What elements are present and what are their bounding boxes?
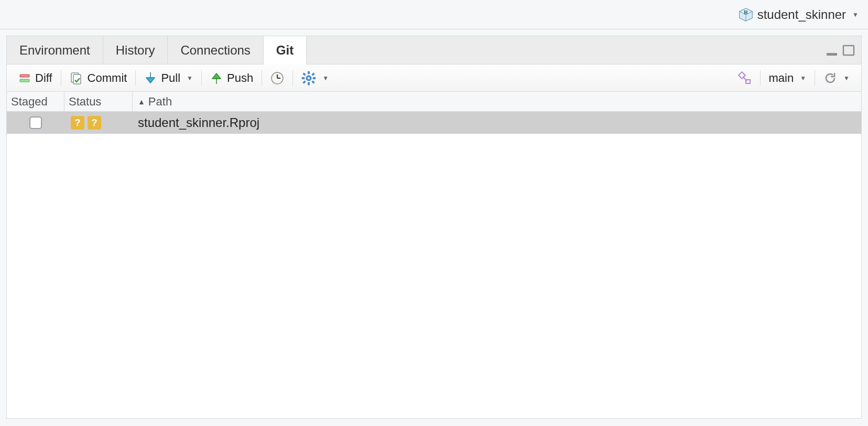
chevron-down-icon: ▼ (852, 11, 859, 18)
commit-icon (70, 71, 83, 85)
separator (292, 70, 293, 86)
column-label: Path (148, 95, 172, 109)
git-toolbar: Diff Commit Pull ▼ (7, 65, 861, 92)
svg-rect-13 (308, 71, 310, 74)
tab-git[interactable]: Git (264, 36, 307, 65)
refresh-button[interactable]: ▼ (817, 65, 856, 91)
diff-label: Diff (35, 71, 52, 85)
column-status[interactable]: Status (64, 92, 133, 111)
path-cell: student_skinner.Rproj (133, 115, 861, 130)
git-panel: Environment History Connections Git Diff (6, 36, 862, 419)
svg-text:R: R (744, 9, 748, 15)
project-name: student_skinner (757, 7, 846, 22)
svg-rect-18 (312, 72, 315, 76)
svg-rect-6 (20, 79, 29, 82)
tab-label: History (116, 43, 155, 58)
chevron-down-icon: ▼ (187, 74, 193, 82)
branch-selector[interactable]: main ▼ (763, 65, 813, 91)
pull-button[interactable]: Pull ▼ (138, 65, 199, 91)
svg-point-21 (308, 77, 310, 79)
separator (135, 70, 136, 86)
column-path[interactable]: ▲ Path (133, 92, 861, 111)
r-project-icon: R (739, 7, 753, 22)
gear-icon (301, 71, 316, 86)
more-button[interactable]: ▼ (295, 65, 335, 91)
push-label: Push (227, 71, 253, 85)
diff-button[interactable]: Diff (12, 65, 59, 91)
column-label: Staged (11, 95, 48, 109)
panel-tabs: Environment History Connections Git (7, 36, 307, 64)
status-badge-right: ? (88, 116, 101, 130)
commit-button[interactable]: Commit (63, 65, 134, 91)
svg-rect-19 (303, 80, 306, 83)
svg-rect-15 (302, 77, 305, 79)
toolbar-right: main ▼ ▼ (732, 65, 856, 91)
column-staged[interactable]: Staged (7, 92, 64, 111)
file-path: student_skinner.Rproj (138, 115, 259, 130)
diff-icon (18, 72, 31, 84)
svg-rect-4 (843, 46, 854, 55)
separator (61, 70, 61, 86)
push-arrow-icon (210, 71, 223, 85)
tab-history[interactable]: History (103, 36, 168, 64)
separator (201, 70, 202, 86)
history-button[interactable] (264, 65, 290, 91)
maximize-pane-icon[interactable] (842, 45, 855, 56)
tab-connections[interactable]: Connections (168, 36, 263, 64)
panel-window-controls (826, 45, 861, 56)
staged-cell (7, 116, 64, 129)
pull-label: Pull (161, 71, 180, 85)
tab-label: Environment (19, 43, 90, 58)
separator (262, 70, 262, 86)
tab-label: Connections (180, 43, 250, 58)
branch-graph-button[interactable] (732, 65, 758, 91)
svg-rect-20 (312, 80, 315, 83)
tab-label: Git (276, 43, 294, 58)
sort-asc-icon: ▲ (138, 98, 145, 106)
staged-checkbox[interactable] (29, 116, 42, 129)
svg-rect-17 (303, 72, 306, 76)
toolbar-left: Diff Commit Pull ▼ (12, 65, 335, 91)
file-grid-body: ? ? student_skinner.Rproj (7, 112, 861, 418)
separator (815, 70, 815, 86)
svg-rect-14 (308, 82, 310, 85)
tab-environment[interactable]: Environment (7, 36, 103, 64)
status-cell: ? ? (64, 116, 133, 130)
file-grid-header: Staged Status ▲ Path (7, 92, 861, 112)
commit-label: Commit (88, 71, 127, 85)
project-bar: R student_skinner ▼ (0, 0, 868, 29)
refresh-icon (823, 71, 837, 85)
status-badge-left: ? (71, 116, 84, 130)
pull-arrow-icon (144, 71, 157, 85)
branch-graph-icon (738, 71, 752, 85)
svg-rect-16 (313, 77, 316, 79)
branch-name: main (769, 71, 794, 85)
chevron-down-icon: ▼ (800, 74, 806, 82)
panel-tabs-row: Environment History Connections Git (7, 36, 861, 65)
file-row[interactable]: ? ? student_skinner.Rproj (7, 112, 861, 134)
push-button[interactable]: Push (204, 65, 259, 91)
svg-rect-5 (20, 74, 29, 77)
chevron-down-icon: ▼ (843, 74, 850, 82)
svg-rect-3 (827, 53, 837, 56)
minimize-pane-icon[interactable] (826, 45, 838, 56)
column-label: Status (69, 95, 101, 109)
chevron-down-icon: ▼ (322, 74, 329, 82)
project-selector[interactable]: R student_skinner ▼ (739, 7, 859, 22)
separator (760, 70, 761, 86)
clock-icon (270, 71, 284, 85)
